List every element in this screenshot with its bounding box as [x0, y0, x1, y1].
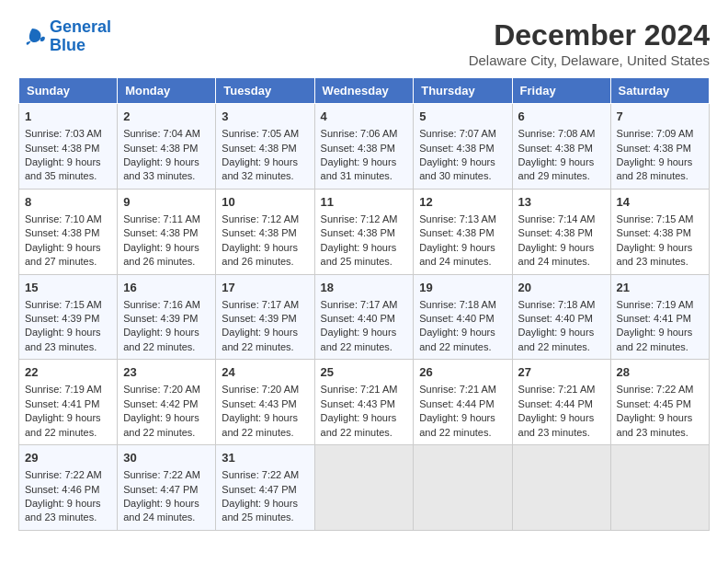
title-area: December 2024 Delaware City, Delaware, U…	[469, 18, 710, 68]
calendar-header-friday: Friday	[512, 78, 610, 104]
calendar-cell: 25Sunrise: 7:21 AMSunset: 4:43 PMDayligh…	[314, 360, 414, 445]
sunrise-text: Sunrise: 7:21 AM	[321, 384, 398, 395]
sunset-text: Sunset: 4:42 PM	[123, 398, 198, 409]
daylight-text: Daylight: 9 hours and 26 minutes.	[222, 242, 298, 267]
sunrise-text: Sunrise: 7:05 AM	[222, 128, 299, 139]
daylight-text: Daylight: 9 hours and 23 minutes.	[617, 242, 693, 267]
day-number: 13	[518, 194, 605, 211]
calendar-week-row: 15Sunrise: 7:15 AMSunset: 4:39 PMDayligh…	[19, 274, 710, 360]
calendar-cell: 17Sunrise: 7:17 AMSunset: 4:39 PMDayligh…	[216, 274, 314, 360]
day-number: 2	[123, 109, 210, 125]
calendar-week-row: 22Sunrise: 7:19 AMSunset: 4:41 PMDayligh…	[19, 360, 710, 445]
daylight-text: Daylight: 9 hours and 24 minutes.	[419, 242, 495, 267]
calendar-cell: 10Sunrise: 7:12 AMSunset: 4:38 PMDayligh…	[216, 189, 314, 274]
sunset-text: Sunset: 4:39 PM	[123, 313, 198, 324]
calendar-cell: 14Sunrise: 7:15 AMSunset: 4:38 PMDayligh…	[610, 189, 709, 274]
day-number: 18	[321, 280, 408, 296]
sunrise-text: Sunrise: 7:22 AM	[617, 384, 694, 395]
calendar-cell: 3Sunrise: 7:05 AMSunset: 4:38 PMDaylight…	[216, 104, 314, 190]
day-number: 26	[419, 364, 506, 381]
calendar-cell: 5Sunrise: 7:07 AMSunset: 4:38 PMDaylight…	[414, 104, 512, 190]
calendar-cell	[314, 445, 414, 531]
day-number: 16	[123, 280, 210, 296]
calendar-header-saturday: Saturday	[610, 78, 709, 104]
calendar-cell	[512, 445, 610, 531]
calendar-cell: 16Sunrise: 7:16 AMSunset: 4:39 PMDayligh…	[118, 274, 216, 360]
sunrise-text: Sunrise: 7:11 AM	[123, 213, 200, 224]
calendar-table: SundayMondayTuesdayWednesdayThursdayFrid…	[18, 77, 710, 531]
sunset-text: Sunset: 4:38 PM	[123, 227, 198, 238]
sunset-text: Sunset: 4:38 PM	[123, 143, 198, 154]
sunrise-text: Sunrise: 7:12 AM	[321, 213, 398, 224]
daylight-text: Daylight: 9 hours and 32 minutes.	[222, 156, 298, 181]
sunset-text: Sunset: 4:38 PM	[617, 227, 691, 238]
calendar-cell: 22Sunrise: 7:19 AMSunset: 4:41 PMDayligh…	[19, 360, 118, 445]
day-number: 19	[419, 280, 506, 296]
daylight-text: Daylight: 9 hours and 23 minutes.	[518, 412, 595, 437]
daylight-text: Daylight: 9 hours and 22 minutes.	[222, 412, 298, 437]
daylight-text: Daylight: 9 hours and 22 minutes.	[419, 327, 495, 351]
daylight-text: Daylight: 9 hours and 25 minutes.	[222, 498, 298, 523]
calendar-cell: 30Sunrise: 7:22 AMSunset: 4:47 PMDayligh…	[118, 445, 216, 531]
sunset-text: Sunset: 4:38 PM	[518, 227, 593, 238]
day-number: 14	[617, 194, 703, 211]
calendar-cell: 6Sunrise: 7:08 AMSunset: 4:38 PMDaylight…	[512, 104, 610, 190]
daylight-text: Daylight: 9 hours and 25 minutes.	[321, 242, 397, 267]
calendar-cell: 13Sunrise: 7:14 AMSunset: 4:38 PMDayligh…	[512, 189, 610, 274]
sunset-text: Sunset: 4:38 PM	[321, 143, 395, 154]
daylight-text: Daylight: 9 hours and 22 minutes.	[222, 327, 298, 351]
daylight-text: Daylight: 9 hours and 31 minutes.	[321, 156, 397, 181]
daylight-text: Daylight: 9 hours and 22 minutes.	[321, 412, 397, 437]
sunset-text: Sunset: 4:38 PM	[419, 227, 494, 238]
calendar-week-row: 1Sunrise: 7:03 AMSunset: 4:38 PMDaylight…	[19, 104, 710, 190]
sunset-text: Sunset: 4:44 PM	[419, 398, 494, 409]
daylight-text: Daylight: 9 hours and 33 minutes.	[123, 156, 199, 181]
calendar-header-tuesday: Tuesday	[216, 78, 314, 104]
daylight-text: Daylight: 9 hours and 28 minutes.	[617, 156, 693, 181]
day-number: 9	[123, 194, 210, 211]
calendar-header-thursday: Thursday	[414, 78, 512, 104]
sunrise-text: Sunrise: 7:04 AM	[123, 128, 200, 139]
sunrise-text: Sunrise: 7:12 AM	[222, 213, 299, 224]
sunset-text: Sunset: 4:38 PM	[222, 143, 296, 154]
calendar-header-row: SundayMondayTuesdayWednesdayThursdayFrid…	[19, 78, 710, 104]
sunrise-text: Sunrise: 7:13 AM	[419, 213, 496, 224]
daylight-text: Daylight: 9 hours and 22 minutes.	[419, 412, 495, 437]
sunrise-text: Sunrise: 7:16 AM	[123, 299, 200, 310]
sunset-text: Sunset: 4:38 PM	[321, 227, 395, 238]
sunrise-text: Sunrise: 7:22 AM	[25, 469, 102, 480]
sunrise-text: Sunrise: 7:20 AM	[222, 384, 299, 395]
sunset-text: Sunset: 4:45 PM	[617, 398, 691, 409]
daylight-text: Daylight: 9 hours and 22 minutes.	[617, 327, 693, 351]
daylight-text: Daylight: 9 hours and 24 minutes.	[123, 498, 199, 523]
calendar-cell: 15Sunrise: 7:15 AMSunset: 4:39 PMDayligh…	[19, 274, 118, 360]
calendar-cell: 29Sunrise: 7:22 AMSunset: 4:46 PMDayligh…	[19, 445, 118, 531]
sunrise-text: Sunrise: 7:06 AM	[321, 128, 398, 139]
daylight-text: Daylight: 9 hours and 30 minutes.	[419, 156, 495, 181]
header: General Blue December 2024 Delaware City…	[18, 18, 710, 68]
calendar-cell: 27Sunrise: 7:21 AMSunset: 4:44 PMDayligh…	[512, 360, 610, 445]
sunrise-text: Sunrise: 7:18 AM	[419, 299, 496, 310]
sunset-text: Sunset: 4:38 PM	[419, 143, 494, 154]
sunset-text: Sunset: 4:39 PM	[222, 313, 296, 324]
sunrise-text: Sunrise: 7:15 AM	[617, 213, 694, 224]
sunset-text: Sunset: 4:38 PM	[617, 143, 691, 154]
day-number: 4	[321, 109, 408, 125]
calendar-cell: 28Sunrise: 7:22 AMSunset: 4:45 PMDayligh…	[610, 360, 709, 445]
sunrise-text: Sunrise: 7:15 AM	[25, 299, 102, 310]
sunrise-text: Sunrise: 7:08 AM	[518, 128, 596, 139]
day-number: 20	[518, 280, 605, 296]
sunset-text: Sunset: 4:41 PM	[617, 313, 691, 324]
sunrise-text: Sunrise: 7:22 AM	[222, 469, 299, 480]
calendar-cell	[610, 445, 709, 531]
daylight-text: Daylight: 9 hours and 23 minutes.	[25, 327, 101, 351]
sunset-text: Sunset: 4:44 PM	[518, 398, 593, 409]
sunrise-text: Sunrise: 7:20 AM	[123, 384, 200, 395]
day-number: 29	[25, 450, 111, 466]
sunset-text: Sunset: 4:38 PM	[518, 143, 593, 154]
day-number: 10	[222, 194, 308, 211]
day-number: 3	[222, 109, 308, 125]
day-number: 30	[123, 450, 210, 466]
day-number: 28	[617, 364, 703, 381]
day-number: 6	[518, 109, 605, 125]
